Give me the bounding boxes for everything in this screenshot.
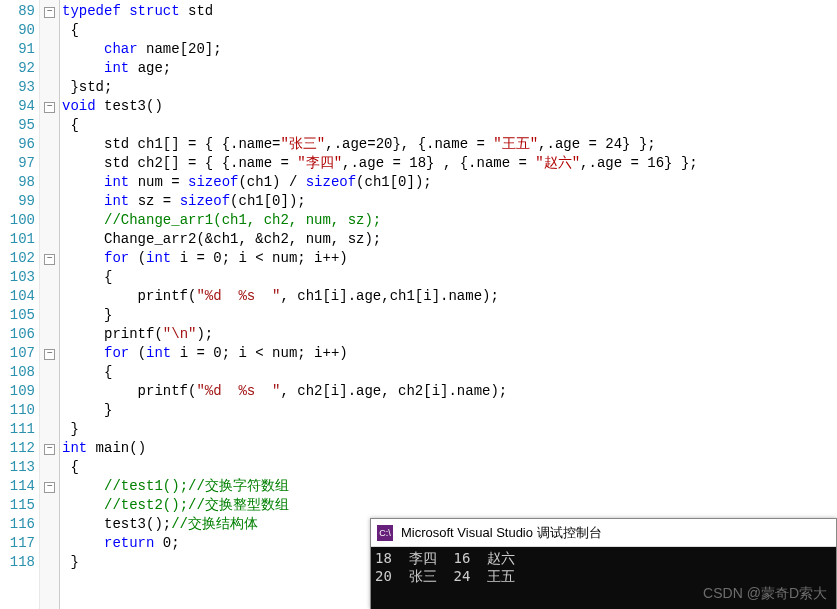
code-token: (ch1[0]); — [230, 193, 306, 209]
fold-cell — [40, 135, 59, 154]
code-line[interactable]: //Change_arr1(ch1, ch2, num, sz); — [62, 211, 837, 230]
fold-column[interactable]: −−−−−− — [40, 0, 60, 609]
fold-cell — [40, 78, 59, 97]
code-token — [121, 3, 129, 19]
code-token: test3() — [96, 98, 163, 114]
code-line[interactable]: int age; — [62, 59, 837, 78]
code-token: sizeof — [180, 193, 230, 209]
code-token: printf( — [62, 383, 196, 399]
code-token: int — [104, 193, 129, 209]
code-line[interactable]: { — [62, 116, 837, 135]
code-line[interactable]: //test2();//交换整型数组 — [62, 496, 837, 515]
fold-toggle-icon[interactable]: − — [44, 7, 55, 18]
code-line[interactable]: { — [62, 268, 837, 287]
watermark: CSDN @蒙奇D索大 — [703, 585, 827, 603]
line-number: 94 — [0, 97, 35, 116]
code-token: printf( — [62, 288, 196, 304]
code-token: { — [62, 269, 112, 285]
line-number: 116 — [0, 515, 35, 534]
line-number: 102 — [0, 249, 35, 268]
code-token: int — [104, 174, 129, 190]
code-line[interactable]: } — [62, 420, 837, 439]
code-token: i = 0; i < num; i++) — [171, 345, 347, 361]
fold-cell: − — [40, 2, 59, 21]
fold-cell — [40, 154, 59, 173]
code-token: int — [62, 440, 87, 456]
code-token: void — [62, 98, 96, 114]
line-number: 99 — [0, 192, 35, 211]
code-token: //交换结构体 — [171, 516, 258, 532]
line-number: 110 — [0, 401, 35, 420]
code-token: int — [146, 345, 171, 361]
line-number: 111 — [0, 420, 35, 439]
fold-cell — [40, 496, 59, 515]
fold-toggle-icon[interactable]: − — [44, 102, 55, 113]
code-line[interactable]: for (int i = 0; i < num; i++) — [62, 344, 837, 363]
code-token: "%d %s " — [196, 383, 280, 399]
fold-cell — [40, 40, 59, 59]
code-line[interactable]: printf("%d %s ", ch2[i].age, ch2[i].name… — [62, 382, 837, 401]
code-token: } — [62, 554, 79, 570]
code-line[interactable]: int num = sizeof(ch1) / sizeof(ch1[0]); — [62, 173, 837, 192]
code-token: "\n" — [163, 326, 197, 342]
code-line[interactable]: std ch1[] = { {.name="张三",.age=20}, {.na… — [62, 135, 837, 154]
code-line[interactable]: { — [62, 363, 837, 382]
line-number: 101 — [0, 230, 35, 249]
code-line[interactable]: } — [62, 401, 837, 420]
code-line[interactable]: }std; — [62, 78, 837, 97]
line-number: 108 — [0, 363, 35, 382]
code-token: struct — [129, 3, 179, 19]
line-number: 117 — [0, 534, 35, 553]
code-token: ( — [129, 345, 146, 361]
fold-cell — [40, 515, 59, 534]
fold-cell — [40, 287, 59, 306]
code-token: }std; — [62, 79, 112, 95]
fold-cell — [40, 21, 59, 40]
fold-cell — [40, 553, 59, 572]
line-number: 103 — [0, 268, 35, 287]
fold-toggle-icon[interactable]: − — [44, 349, 55, 360]
code-line[interactable]: int main() — [62, 439, 837, 458]
line-number: 109 — [0, 382, 35, 401]
line-number: 115 — [0, 496, 35, 515]
code-line[interactable]: { — [62, 458, 837, 477]
code-token — [62, 212, 104, 228]
code-token: (ch1[0]); — [356, 174, 432, 190]
code-token: ( — [129, 250, 146, 266]
code-token: sz = — [129, 193, 179, 209]
code-token — [62, 174, 104, 190]
code-token: printf( — [62, 326, 163, 342]
code-token: ,.age = 24} }; — [538, 136, 656, 152]
code-line[interactable]: Change_arr2(&ch1, &ch2, num, sz); — [62, 230, 837, 249]
fold-cell — [40, 268, 59, 287]
line-number: 97 — [0, 154, 35, 173]
code-token: return — [104, 535, 154, 551]
fold-toggle-icon[interactable]: − — [44, 482, 55, 493]
code-token: //test1();//交换字符数组 — [104, 478, 289, 494]
code-line[interactable]: //test1();//交换字符数组 — [62, 477, 837, 496]
code-token: int — [146, 250, 171, 266]
fold-toggle-icon[interactable]: − — [44, 254, 55, 265]
code-line[interactable]: { — [62, 21, 837, 40]
code-line[interactable]: char name[20]; — [62, 40, 837, 59]
code-line[interactable]: printf("%d %s ", ch1[i].age,ch1[i].name)… — [62, 287, 837, 306]
code-token: for — [104, 345, 129, 361]
code-token: { — [62, 459, 79, 475]
line-gutter: 8990919293949596979899100101102103104105… — [0, 0, 40, 609]
fold-toggle-icon[interactable]: − — [44, 444, 55, 455]
code-line[interactable]: void test3() — [62, 97, 837, 116]
code-line[interactable]: for (int i = 0; i < num; i++) — [62, 249, 837, 268]
fold-cell — [40, 382, 59, 401]
console-titlebar[interactable]: C:\ Microsoft Visual Studio 调试控制台 — [371, 519, 836, 547]
code-token: std ch2[] = { {.name = — [62, 155, 297, 171]
code-line[interactable]: int sz = sizeof(ch1[0]); — [62, 192, 837, 211]
code-line[interactable]: } — [62, 306, 837, 325]
code-line[interactable]: std ch2[] = { {.name = "李四",.age = 18} ,… — [62, 154, 837, 173]
fold-cell — [40, 173, 59, 192]
code-line[interactable]: typedef struct std — [62, 2, 837, 21]
code-token: } — [62, 402, 112, 418]
fold-cell — [40, 230, 59, 249]
fold-cell — [40, 458, 59, 477]
code-line[interactable]: printf("\n"); — [62, 325, 837, 344]
fold-cell — [40, 401, 59, 420]
